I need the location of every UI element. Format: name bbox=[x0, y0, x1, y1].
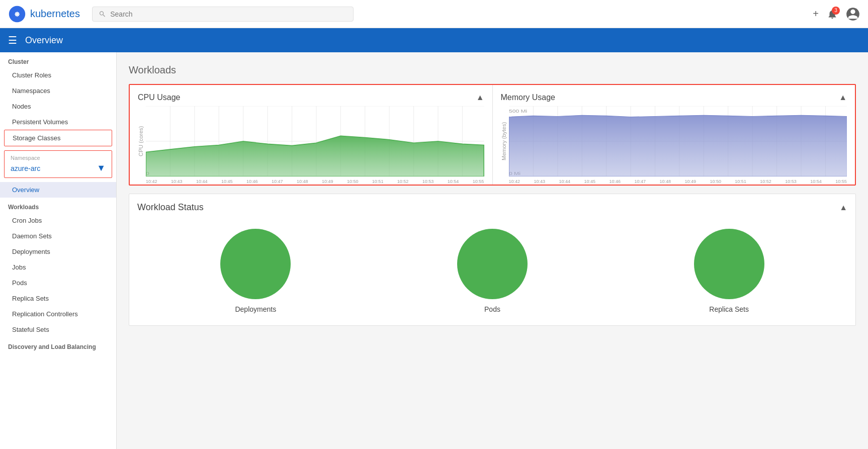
sidebar-item-replication-controllers[interactable]: Replication Controllers bbox=[0, 306, 116, 322]
namespace-select[interactable]: azure-arc ▼ bbox=[11, 163, 106, 173]
ws-label-deployments: Deployments bbox=[235, 305, 276, 313]
sidebar-item-persistent-volumes[interactable]: Persistent Volumes bbox=[0, 114, 116, 130]
sidebar: Cluster Cluster Roles Namespaces Nodes P… bbox=[0, 52, 117, 449]
cpu-chart-title: CPU Usage bbox=[138, 93, 180, 102]
ws-circle-deployments bbox=[220, 229, 291, 299]
sidebar-item-cron-jobs[interactable]: Cron Jobs bbox=[0, 213, 116, 228]
sidebar-item-deployments[interactable]: Deployments bbox=[0, 244, 116, 259]
sidebar-item-storage-classes[interactable]: Storage Classes bbox=[4, 130, 112, 146]
svg-text:500 Mi: 500 Mi bbox=[509, 108, 527, 114]
user-button[interactable] bbox=[846, 7, 860, 21]
namespace-section: Namespace azure-arc ▼ bbox=[4, 150, 112, 178]
cpu-chart-area: CPU (cores) bbox=[138, 106, 484, 176]
cpu-chart-container: CPU Usage ▲ CPU (cores) bbox=[130, 85, 493, 185]
memory-chart-title: Memory Usage bbox=[501, 93, 555, 102]
topbar-actions: + 3 bbox=[813, 7, 860, 21]
toolbar-title: Overview bbox=[25, 35, 63, 46]
hamburger-button[interactable]: ☰ bbox=[8, 34, 17, 46]
logo: ⎈ kubernetes bbox=[8, 5, 80, 23]
kubernetes-icon: ⎈ bbox=[8, 5, 26, 23]
memory-chart-header: Memory Usage ▲ bbox=[501, 93, 847, 102]
cpu-chart-inner: 0 10:42 10:43 bbox=[146, 106, 484, 176]
memory-y-axis-label: Memory (bytes) bbox=[501, 106, 507, 176]
cpu-collapse-button[interactable]: ▲ bbox=[476, 93, 484, 102]
ws-item-pods: Pods bbox=[457, 229, 528, 313]
discovery-section-label: Discovery and Load Balancing bbox=[0, 337, 116, 352]
toolbar: ☰ Overview bbox=[0, 28, 868, 52]
chevron-down-icon: ▼ bbox=[97, 163, 106, 173]
layout: Cluster Cluster Roles Namespaces Nodes P… bbox=[0, 52, 868, 449]
svg-marker-20 bbox=[146, 136, 484, 176]
namespace-label: Namespace bbox=[11, 155, 106, 161]
sidebar-item-replica-sets[interactable]: Replica Sets bbox=[0, 291, 116, 306]
sidebar-item-stateful-sets[interactable]: Stateful Sets bbox=[0, 322, 116, 337]
sidebar-item-daemon-sets[interactable]: Daemon Sets bbox=[0, 228, 116, 244]
sidebar-item-namespaces[interactable]: Namespaces bbox=[0, 83, 116, 99]
memory-collapse-button[interactable]: ▲ bbox=[839, 93, 847, 102]
search-icon bbox=[99, 10, 106, 18]
memory-chart-area: Memory (bytes) bbox=[501, 106, 847, 176]
workload-status-collapse-button[interactable]: ▲ bbox=[839, 203, 847, 212]
ws-circle-pods bbox=[457, 229, 528, 299]
add-button[interactable]: + bbox=[813, 8, 819, 20]
search-input[interactable] bbox=[110, 10, 347, 18]
workload-status-title: Workload Status bbox=[137, 202, 204, 213]
workload-status-circles: Deployments Pods Replica Sets bbox=[137, 221, 847, 317]
ws-circle-replica-sets bbox=[694, 229, 764, 299]
memory-x-axis: 10:42 10:43 10:44 10:45 10:46 10:47 10:4… bbox=[509, 178, 847, 184]
ws-item-deployments: Deployments bbox=[220, 229, 291, 313]
topbar: ⎈ kubernetes + 3 bbox=[0, 0, 868, 28]
memory-chart-svg: 500 Mi 0 Mi bbox=[509, 106, 847, 176]
notification-button[interactable]: 3 bbox=[827, 9, 838, 20]
cluster-section-label: Cluster bbox=[0, 52, 116, 67]
cpu-y-axis-label: CPU (cores) bbox=[138, 106, 144, 176]
sidebar-item-pods[interactable]: Pods bbox=[0, 275, 116, 291]
cpu-x-axis: 10:42 10:43 10:44 10:45 10:46 10:47 10:4… bbox=[146, 178, 484, 184]
svg-marker-39 bbox=[509, 115, 847, 176]
charts-panel: CPU Usage ▲ CPU (cores) bbox=[129, 84, 856, 186]
svg-text:⎈: ⎈ bbox=[15, 9, 20, 18]
ws-item-replica-sets: Replica Sets bbox=[694, 229, 764, 313]
sidebar-item-jobs[interactable]: Jobs bbox=[0, 259, 116, 275]
workloads-section-label: Workloads bbox=[0, 198, 116, 213]
workload-status-panel: Workload Status ▲ Deployments Pods Repli… bbox=[129, 194, 856, 326]
memory-chart-inner: 500 Mi 0 Mi 10 bbox=[509, 106, 847, 176]
search-bar[interactable] bbox=[92, 7, 354, 22]
cpu-chart-svg: 0 bbox=[146, 106, 484, 176]
sidebar-item-nodes[interactable]: Nodes bbox=[0, 99, 116, 114]
main-content: Workloads CPU Usage ▲ CPU (cores) bbox=[117, 52, 868, 449]
workloads-title: Workloads bbox=[129, 64, 856, 76]
logo-text: kubernetes bbox=[30, 8, 80, 20]
user-icon bbox=[846, 7, 860, 21]
cpu-chart-header: CPU Usage ▲ bbox=[138, 93, 484, 102]
workload-status-header: Workload Status ▲ bbox=[137, 202, 847, 213]
sidebar-item-cluster-roles[interactable]: Cluster Roles bbox=[0, 67, 116, 83]
namespace-value: azure-arc bbox=[11, 164, 40, 172]
ws-label-pods: Pods bbox=[484, 305, 500, 313]
notification-badge: 3 bbox=[832, 7, 840, 15]
ws-label-replica-sets: Replica Sets bbox=[709, 305, 749, 313]
memory-chart-container: Memory Usage ▲ Memory (bytes) bbox=[493, 85, 855, 185]
sidebar-item-overview[interactable]: Overview bbox=[0, 182, 116, 198]
